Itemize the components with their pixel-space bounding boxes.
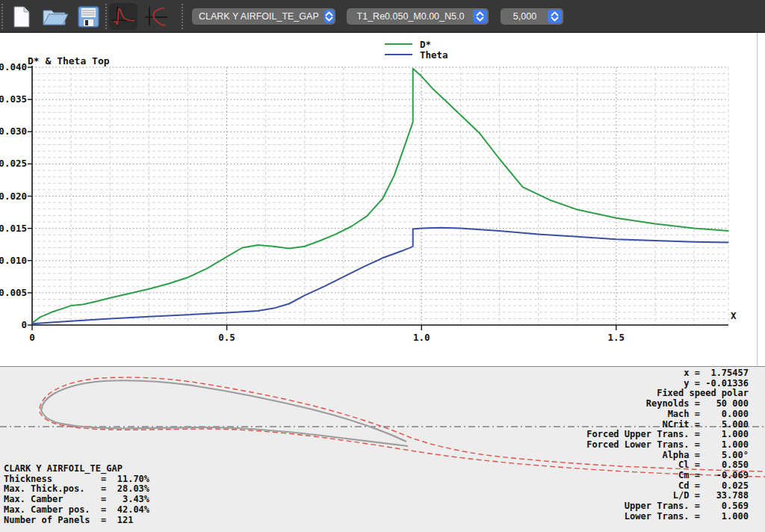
y-tick-label: 0.015 — [0, 223, 27, 234]
cp-graph-icon — [111, 5, 135, 28]
stats-line: Cd = 0.025 — [586, 481, 749, 492]
foil-info-line: Max. Thick.pos. = 28.03% — [4, 484, 149, 495]
chart-title: D* & Theta Top — [28, 55, 110, 66]
new-file-icon — [13, 6, 31, 28]
toolbar-separator — [182, 4, 183, 29]
stats-line: NCrit = 5.000 — [586, 420, 749, 430]
foil-info-line: Max. Camber = 3.43% — [4, 495, 149, 505]
stats-line: Forced Lower Trans. = 1.000 — [586, 440, 749, 451]
stats-line: Reynolds = 50 000 — [586, 399, 749, 409]
foil-info-block: CLARK Y AIRFOIL_TE_GAPThickness = 11.70%… — [4, 464, 149, 525]
save-floppy-icon — [78, 6, 99, 28]
stats-line: Fixed speed polar — [586, 389, 749, 399]
stats-line: x = 1.75457 — [586, 368, 749, 379]
x-tick-label: 1.5 — [608, 332, 625, 343]
toolbar-handle[interactable] — [1, 4, 3, 29]
legend-label: D* — [420, 39, 431, 50]
y-tick-label: 0.005 — [0, 287, 27, 298]
polar-plot-button[interactable] — [140, 3, 172, 30]
y-tick-label: 0.035 — [0, 93, 27, 105]
stats-line: Cm = -0.069 — [586, 471, 749, 481]
stats-line: Alpha = 5.00° — [586, 451, 749, 461]
polar-selector[interactable]: T1_Re0.050_M0.00_N5.0 — [347, 8, 489, 25]
stats-line: Cl = 0.850 — [586, 460, 749, 471]
y-tick-label: 0.010 — [0, 255, 27, 266]
stepper-icon — [548, 10, 562, 23]
stepper-icon — [324, 10, 334, 23]
new-file-button[interactable] — [7, 3, 36, 30]
bl-plot-button[interactable] — [109, 3, 137, 30]
polar-stats-block: x = 1.75457y = -0.01336Fixed speed polar… — [586, 368, 749, 522]
x-tick-label: 0.5 — [218, 332, 235, 343]
airfoil-view: x = 1.75457y = -0.01336Fixed speed polar… — [0, 366, 765, 532]
series-Theta — [32, 228, 728, 324]
points-selector-value: 5,000 — [507, 11, 542, 22]
foil-selector[interactable]: CLARK Y AIRFOIL_TE_GAP — [192, 8, 335, 25]
stats-line: Upper Trans. = 0.569 — [586, 501, 749, 512]
open-file-button[interactable] — [39, 3, 72, 30]
polar-selector-value: T1_Re0.050_M0.00_N5.0 — [353, 11, 468, 22]
foil-selector-value: CLARK Y AIRFOIL_TE_GAP — [199, 11, 319, 22]
bl-chart-svg[interactable]: 00.0050.0100.0150.0200.0250.0300.0350.04… — [0, 33, 765, 366]
stats-line: y = -0.01336 — [586, 379, 749, 389]
open-folder-icon — [42, 6, 69, 27]
chart-right-frame — [757, 33, 758, 366]
stats-line: L/D = 33.788 — [586, 491, 749, 501]
airfoil-upper-surface — [41, 380, 406, 442]
bl-chart-view[interactable]: 00.0050.0100.0150.0200.0250.0300.0350.04… — [0, 33, 765, 366]
foil-info-line: Number of Panels = 121 — [4, 516, 149, 526]
stats-line: Forced Upper Trans. = 1.000 — [586, 430, 749, 440]
save-button[interactable] — [73, 3, 103, 30]
stepper-icon — [473, 10, 487, 23]
legend-label: Theta — [420, 49, 448, 61]
polar-graph-icon — [144, 5, 168, 28]
airfoil-lower-surface — [41, 410, 408, 446]
foil-info-line: Max. Camber pos. = 42.04% — [4, 505, 149, 516]
toolbar: CLARK Y AIRFOIL_TE_GAP T1_Re0.050_M0.00_… — [0, 0, 765, 33]
y-tick-label: 0.025 — [0, 158, 27, 169]
points-selector[interactable]: 5,000 — [501, 8, 563, 25]
y-tick-label: 0.020 — [0, 191, 27, 202]
y-tick-label: 0.040 — [0, 61, 27, 72]
x-tick-label: 1.0 — [413, 332, 430, 343]
stats-line: Lower Trans. = 1.000 — [586, 512, 749, 522]
foil-info-line: Thickness = 11.70% — [4, 474, 149, 485]
foil-info-line: CLARK Y AIRFOIL_TE_GAP — [4, 464, 149, 474]
y-tick-label: 0.030 — [0, 126, 27, 137]
toolbar-separator — [105, 4, 107, 29]
x-axis-label: X — [731, 310, 737, 321]
y-tick-label: 0 — [21, 319, 27, 330]
stats-line: Mach = 0.000 — [586, 409, 749, 420]
x-tick-label: 0 — [29, 332, 35, 343]
